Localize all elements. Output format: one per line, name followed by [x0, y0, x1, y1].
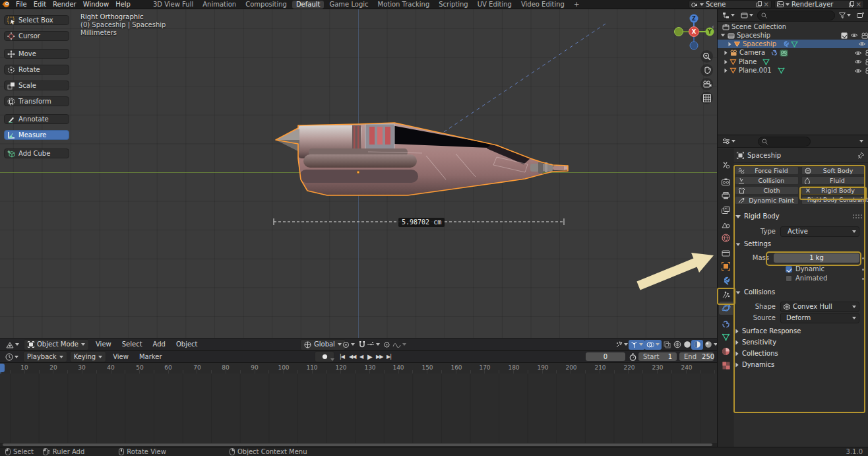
remove-rigid-body-icon[interactable]: × — [805, 187, 811, 194]
outliner-row-scene-collection[interactable]: Scene Collection — [718, 22, 868, 31]
tool-add-cube[interactable]: Add Cube — [4, 148, 69, 158]
rigid-body-type-dropdown[interactable]: Active — [780, 226, 859, 237]
tab-collection-properties[interactable] — [719, 246, 733, 259]
disable-render-camera-icon[interactable] — [865, 49, 868, 56]
animate-animated-dot[interactable] — [859, 278, 866, 280]
dynamic-paint-button[interactable]: Dynamic Paint — [735, 196, 799, 205]
outliner-row-plane-001[interactable]: Plane.001 — [718, 67, 868, 75]
tab-object[interactable] — [719, 259, 733, 273]
rigid-body-button[interactable]: ×Rigid Body — [801, 186, 865, 195]
tab-material[interactable] — [719, 344, 733, 358]
disable-render-camera-icon[interactable] — [865, 59, 868, 65]
panel-grip[interactable] — [853, 214, 863, 219]
outliner-search-input[interactable] — [757, 11, 835, 20]
workspace-tab-compositing[interactable]: Compositing — [241, 1, 291, 9]
tool-cursor[interactable]: Cursor — [4, 31, 69, 41]
measure-value-label[interactable]: 5.98702 cm — [398, 218, 445, 227]
camera-view-button[interactable] — [700, 78, 713, 90]
workspace-tab-animation[interactable]: Animation — [199, 1, 240, 9]
tab-tool[interactable] — [719, 158, 733, 171]
mass-field[interactable]: 1 kg — [774, 253, 859, 263]
disable-render-camera-icon[interactable] — [865, 67, 868, 74]
playhead[interactable] — [0, 364, 5, 372]
rigid-body-constraint-button[interactable]: Rigid Body Constraint — [801, 196, 865, 205]
workspace-tab-motion-tracking[interactable]: Motion Tracking — [374, 1, 434, 9]
prev-keyframe-button[interactable]: ◀◀ — [347, 352, 357, 362]
tool-annotate[interactable]: Annotate — [4, 114, 69, 124]
tab-object-data[interactable] — [719, 331, 733, 344]
play-button[interactable]: ▶ — [365, 352, 374, 362]
expand-icon[interactable] — [721, 34, 725, 37]
tab-physics[interactable] — [719, 302, 733, 315]
editor-type-properties[interactable] — [720, 137, 737, 147]
dynamic-checkbox[interactable] — [786, 266, 792, 273]
workspace-tab-scripting[interactable]: Scripting — [435, 1, 472, 9]
collisions-section-header[interactable]: Collisions — [735, 289, 775, 296]
hide-eye-icon[interactable] — [850, 32, 858, 38]
rigid-body-panel-header[interactable]: Rigid Body — [735, 213, 780, 220]
sidebar-collapse-arrow[interactable]: ‹ — [712, 24, 714, 30]
animate-mass-dot[interactable] — [859, 257, 866, 259]
properties-search-input[interactable] — [758, 137, 811, 147]
menu-help[interactable]: Help — [112, 0, 134, 9]
menu-render[interactable]: Render — [49, 0, 80, 9]
outliner-display-mode-dropdown[interactable] — [720, 11, 737, 20]
hide-eye-icon[interactable] — [854, 50, 862, 56]
tool-measure[interactable]: Measure — [4, 130, 69, 140]
outliner-filter-funnel[interactable] — [837, 11, 853, 20]
playback-menu[interactable]: Playback — [23, 351, 67, 362]
editor-type-timeline[interactable] — [3, 352, 20, 362]
force-field-button[interactable]: Force Field — [735, 166, 799, 175]
viewport-menu-view[interactable]: View — [92, 341, 115, 348]
collision-source-dropdown[interactable]: Deform — [780, 313, 859, 323]
menu-edit[interactable]: Edit — [30, 0, 49, 9]
frame-start-field[interactable]: Start1 — [638, 352, 677, 361]
transform-orientation-dropdown[interactable]: Global — [300, 339, 346, 350]
copy-icon[interactable] — [757, 1, 762, 7]
sensitivity-section[interactable]: Sensitivity — [735, 339, 776, 346]
snap-target-dropdown[interactable] — [365, 340, 382, 350]
cloth-button[interactable]: Cloth — [735, 186, 799, 195]
pan-hand-button[interactable] — [700, 64, 713, 77]
jump-to-start-button[interactable]: |◀ — [338, 352, 346, 362]
viewport-menu-add[interactable]: Add — [149, 341, 170, 348]
jump-to-end-button[interactable]: ▶| — [385, 352, 393, 362]
frame-end-field[interactable]: End250 — [679, 352, 714, 361]
timeline-ruler[interactable]: 10 20 30 40 50 60 70 80 90 100 110 120 1… — [0, 363, 717, 374]
unlink-scene-icon[interactable]: × — [764, 1, 769, 8]
hide-eye-icon[interactable] — [858, 41, 866, 47]
copy-icon[interactable] — [849, 1, 854, 7]
tool-move[interactable]: Move — [4, 49, 69, 59]
keying-menu[interactable]: Keying — [70, 351, 107, 362]
timeline-menu-view[interactable]: View — [109, 354, 133, 360]
stopwatch-icon[interactable] — [629, 353, 636, 361]
orthographic-grid-button[interactable] — [700, 92, 713, 104]
zoom-button[interactable] — [700, 50, 713, 63]
object-visibility-dropdown[interactable] — [613, 340, 630, 350]
animate-dynamic-dot[interactable] — [859, 269, 866, 271]
keying-set-dropdown[interactable] — [330, 356, 334, 362]
collections-section[interactable]: Collections — [735, 350, 778, 357]
outliner-row-spaceship-collection[interactable]: Spaceship — [718, 31, 868, 40]
workspace-add-button[interactable]: + — [570, 1, 583, 9]
current-frame-field[interactable]: 0 — [586, 352, 625, 361]
tab-object-constraints[interactable] — [719, 317, 733, 331]
show-gizmo-toggle[interactable] — [629, 340, 645, 350]
workspace-tab-game-logic[interactable]: Game Logic — [325, 1, 372, 9]
expand-icon[interactable] — [725, 51, 728, 55]
timeline-menu-marker[interactable]: Marker — [135, 354, 166, 360]
blender-logo-icon[interactable] — [2, 1, 11, 8]
fluid-button[interactable]: Fluid — [801, 176, 865, 185]
next-keyframe-button[interactable]: ▶▶ — [374, 352, 385, 362]
collection-checkbox[interactable] — [841, 32, 848, 39]
renderlayer-selector[interactable]: RenderLayer × — [774, 0, 864, 9]
disable-render-camera-icon[interactable] — [861, 32, 868, 39]
viewport-menu-select[interactable]: Select — [118, 341, 146, 348]
workspace-tab-uv-editing[interactable]: UV Editing — [474, 1, 516, 9]
outliner-row-spaceship-object[interactable]: Spaceship — [718, 40, 868, 48]
tab-view-layer[interactable] — [719, 203, 733, 216]
scene-selector[interactable]: Scene × — [689, 0, 772, 9]
dynamics-section[interactable]: Dynamics — [735, 362, 774, 368]
menu-file[interactable]: File — [13, 0, 30, 9]
tab-render[interactable] — [719, 175, 733, 188]
